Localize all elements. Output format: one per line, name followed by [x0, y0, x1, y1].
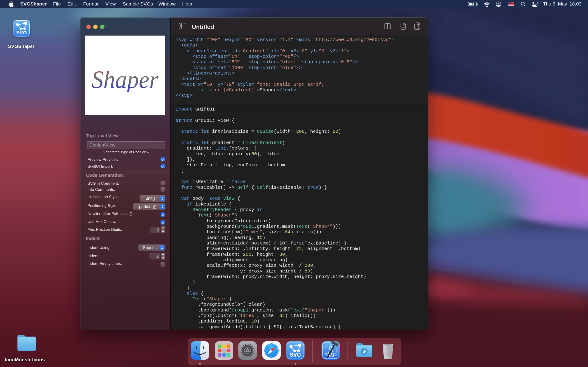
svg-text:SVG: SVG [16, 30, 27, 35]
svg-text:SVG: SVG [290, 352, 301, 358]
